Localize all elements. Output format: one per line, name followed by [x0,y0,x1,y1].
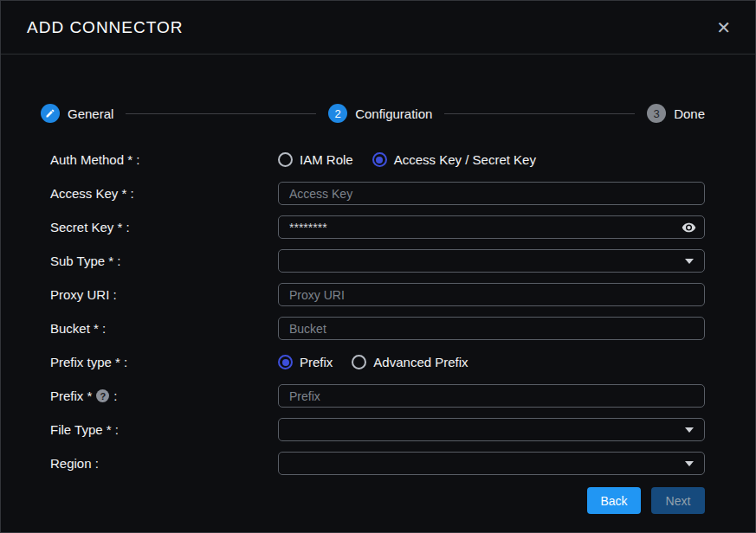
prefix-label-text: Prefix * [50,389,92,403]
stepper-divider [126,113,316,114]
help-icon[interactable]: ? [96,389,109,402]
step-done[interactable]: 3 Done [647,104,705,123]
modal-header: ADD CONNECTOR ✕ [1,1,755,55]
region-select[interactable] [278,452,705,475]
radio-unselected-icon [352,355,366,369]
chevron-down-icon [685,427,694,433]
edit-pencil-icon [41,104,60,123]
access-key-row: Access Key * : [50,182,705,205]
file-type-label: File Type * : [50,422,278,437]
radio-iam-role-label: IAM Role [300,152,353,167]
chevron-down-icon [685,461,694,466]
auth-method-radio-group: IAM Role Access Key / Secret Key [278,152,705,167]
sub-type-select[interactable] [278,249,705,273]
secret-key-label: Secret Key * : [50,220,278,234]
modal-footer: Back Next [1,487,755,514]
proxy-uri-row: Proxy URI : [50,283,705,306]
radio-advanced-prefix-label: Advanced Prefix [373,355,468,369]
radio-access-key-label: Access Key / Secret Key [394,152,536,167]
radio-selected-icon [278,355,293,369]
page-title: ADD CONNECTOR [27,18,184,37]
auth-method-row: Auth Method * : IAM Role Access Key / Se… [50,148,705,171]
connector-form: Auth Method * : IAM Role Access Key / Se… [1,148,755,475]
radio-advanced-prefix[interactable]: Advanced Prefix [352,355,468,369]
prefix-type-row: Prefix type * : Prefix Advanced Prefix [50,350,705,374]
back-button[interactable]: Back [587,487,641,514]
close-icon[interactable]: ✕ [716,19,731,36]
stepper-divider [444,113,635,114]
chevron-down-icon [685,259,694,264]
eye-icon[interactable] [682,220,696,234]
radio-iam-role[interactable]: IAM Role [278,152,353,167]
wizard-stepper: General 2 Configuration 3 Done [41,104,705,123]
step-done-label: Done [674,106,705,121]
next-button[interactable]: Next [651,487,705,514]
step-configuration[interactable]: 2 Configuration [328,104,432,123]
radio-prefix-label: Prefix [300,355,333,369]
sub-type-label: Sub Type * : [50,254,278,268]
radio-prefix[interactable]: Prefix [278,355,333,369]
prefix-label-colon: : [113,389,117,403]
file-type-row: File Type * : [50,418,705,441]
proxy-uri-input[interactable] [278,283,705,306]
proxy-uri-label: Proxy URI : [50,287,278,302]
step-general[interactable]: General [41,104,113,123]
prefix-type-label: Prefix type * : [50,355,278,369]
region-row: Region : [50,452,705,475]
step-2-badge: 2 [328,104,347,123]
prefix-input[interactable] [278,384,705,408]
bucket-input[interactable] [278,317,705,340]
prefix-label: Prefix * ? : [50,389,278,403]
radio-selected-icon [372,152,387,167]
sub-type-row: Sub Type * : [50,249,705,273]
radio-unselected-icon [278,152,293,167]
step-configuration-label: Configuration [355,106,432,121]
region-label: Region : [50,456,278,471]
step-general-label: General [68,106,113,121]
secret-key-input[interactable] [278,215,705,239]
prefix-type-radio-group: Prefix Advanced Prefix [278,355,705,369]
bucket-row: Bucket * : [50,317,705,340]
bucket-label: Bucket * : [50,321,278,336]
secret-key-row: Secret Key * : [50,215,705,239]
access-key-input[interactable] [278,182,705,205]
step-3-badge: 3 [647,104,666,123]
file-type-select[interactable] [278,418,705,441]
add-connector-modal: ADD CONNECTOR ✕ General 2 Configuration … [0,0,756,533]
radio-access-key-secret-key[interactable]: Access Key / Secret Key [372,152,536,167]
prefix-row: Prefix * ? : [50,384,705,408]
auth-method-label: Auth Method * : [50,152,278,167]
access-key-label: Access Key * : [50,186,278,201]
